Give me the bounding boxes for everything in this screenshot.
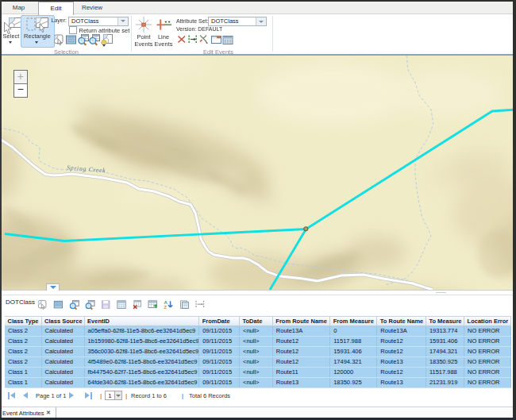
svg-text:Z: Z <box>164 305 167 310</box>
svg-text:A: A <box>164 300 168 305</box>
